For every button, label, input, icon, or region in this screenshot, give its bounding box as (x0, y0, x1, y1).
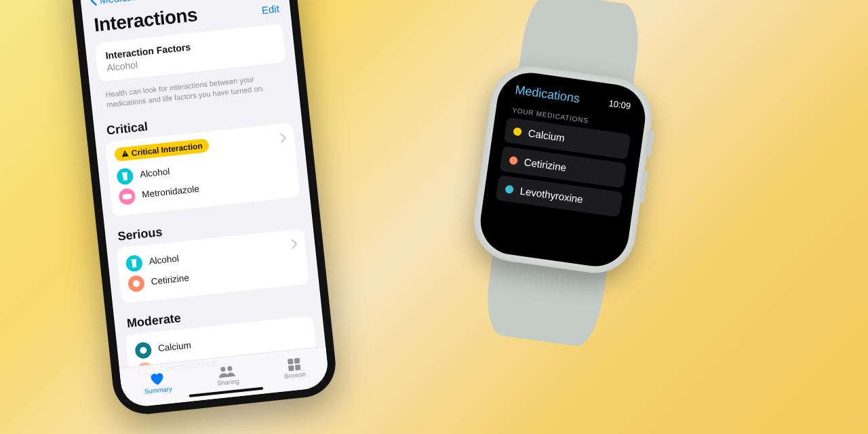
watch-med-name: Levothyroxine (519, 185, 584, 205)
apple-watch-device: Medications 10:09 YOUR MEDICATIONS Calci… (458, 0, 668, 352)
interaction-item: Metronidazole (142, 184, 200, 200)
chevron-right-icon (291, 239, 298, 252)
warning-icon (121, 150, 129, 158)
svg-rect-18 (287, 358, 293, 364)
svg-point-17 (227, 366, 233, 371)
color-dot-icon (509, 155, 518, 165)
color-dot-icon (513, 127, 522, 136)
tab-label: Summary (144, 384, 173, 395)
capsule-icon (118, 187, 136, 205)
watch-screen: Medications 10:09 YOUR MEDICATIONS Calci… (476, 68, 649, 271)
interaction-item: Alcohol (139, 166, 170, 180)
tab-label: Browse (284, 370, 307, 379)
svg-rect-11 (125, 155, 125, 155)
grid-icon (287, 357, 300, 371)
digital-crown[interactable] (644, 130, 654, 157)
chevron-right-icon (280, 133, 287, 146)
svg-point-13 (132, 279, 140, 287)
chevron-left-icon (90, 0, 98, 6)
glass-icon (125, 254, 143, 272)
interaction-item: Alcohol (149, 254, 180, 267)
interaction-item: Cetirizine (151, 273, 190, 287)
back-label: Medications (99, 0, 154, 5)
interaction-item: Calcium (157, 340, 191, 354)
svg-rect-21 (294, 364, 300, 370)
svg-point-16 (220, 366, 226, 372)
tab-summary[interactable]: Summary (142, 370, 172, 395)
watch-med-name: Cetirizine (524, 156, 567, 174)
iphone-frame: 10:09 Medications (68, 0, 338, 417)
glass-icon (116, 167, 134, 185)
back-button[interactable]: Medications (90, 0, 154, 6)
tablet-icon (134, 341, 152, 359)
heart-icon (149, 371, 165, 386)
critical-badge: Critical Interaction (114, 138, 210, 162)
watch-side-button[interactable] (638, 170, 648, 203)
watch-med-name: Calcium (528, 127, 566, 143)
color-dot-icon (505, 184, 514, 194)
watch-time: 10:09 (608, 98, 631, 111)
svg-rect-12 (122, 193, 132, 199)
iphone-device: 10:09 Medications (68, 0, 338, 417)
tab-browse[interactable]: Browse (283, 357, 307, 379)
svg-point-14 (140, 347, 147, 354)
svg-rect-19 (294, 357, 300, 363)
edit-button[interactable]: Edit (261, 3, 279, 16)
svg-rect-20 (288, 365, 294, 371)
iphone-screen: 10:09 Medications (77, 0, 330, 408)
tab-sharing[interactable]: Sharing (215, 364, 239, 387)
people-icon (218, 364, 237, 378)
promo-background: 10:09 Medications (0, 0, 868, 434)
watch-case: Medications 10:09 YOUR MEDICATIONS Calci… (469, 61, 657, 279)
tablet-icon (127, 275, 145, 292)
critical-badge-label: Critical Interaction (131, 141, 203, 158)
tab-label: Sharing (216, 377, 239, 387)
home-indicator (189, 387, 264, 397)
